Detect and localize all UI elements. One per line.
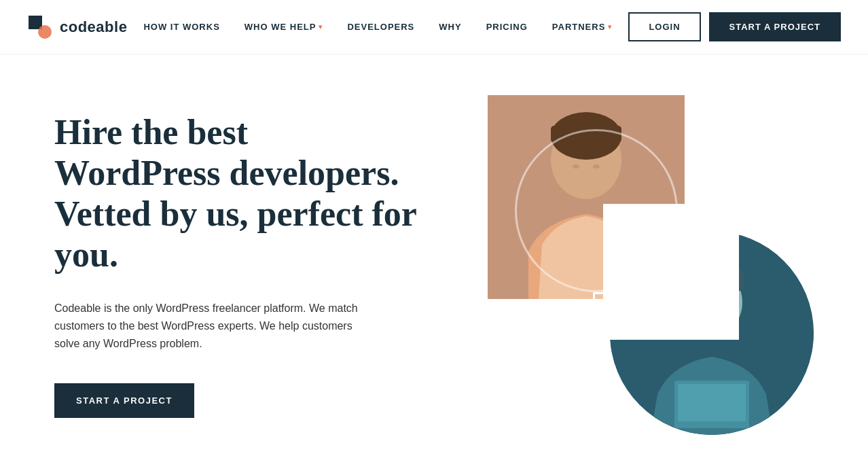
hero-title: Hire the best WordPress developers. Vett…: [54, 112, 421, 275]
hero-description: Codeable is the only WordPress freelance…: [54, 300, 380, 353]
nav-item-pricing[interactable]: PRICING: [486, 22, 528, 32]
login-button[interactable]: LOGIN: [628, 12, 700, 41]
header-actions: LOGIN START A PROJECT: [628, 12, 841, 41]
hero-image-collage: [488, 95, 814, 435]
logo-icon: [27, 14, 53, 40]
svg-point-1: [38, 25, 52, 39]
main-nav: HOW IT WORKS WHO WE HELP ▾ DEVELOPERS WH…: [143, 22, 612, 32]
chevron-down-icon: ▾: [319, 23, 323, 31]
start-project-button-hero[interactable]: START A PROJECT: [54, 383, 194, 418]
nav-item-how-it-works[interactable]: HOW IT WORKS: [143, 22, 219, 32]
site-header: codeable HOW IT WORKS WHO WE HELP ▾ DEVE…: [0, 0, 868, 54]
nav-item-who-we-help[interactable]: WHO WE HELP ▾: [245, 22, 323, 32]
nav-item-partners[interactable]: PARTNERS ▾: [552, 22, 613, 32]
hero-content: Hire the best WordPress developers. Vett…: [54, 112, 421, 417]
hero-section: Hire the best WordPress developers. Vett…: [0, 54, 868, 475]
start-project-button-header[interactable]: START A PROJECT: [709, 12, 841, 41]
nav-item-why[interactable]: WHY: [439, 22, 461, 32]
svg-rect-16: [678, 384, 746, 421]
logo-text: codeable: [60, 18, 127, 36]
white-square-outline: [593, 292, 634, 333]
nav-item-developers[interactable]: DEVELOPERS: [347, 22, 414, 32]
chevron-down-icon-partners: ▾: [608, 23, 612, 31]
logo[interactable]: codeable: [27, 14, 127, 40]
